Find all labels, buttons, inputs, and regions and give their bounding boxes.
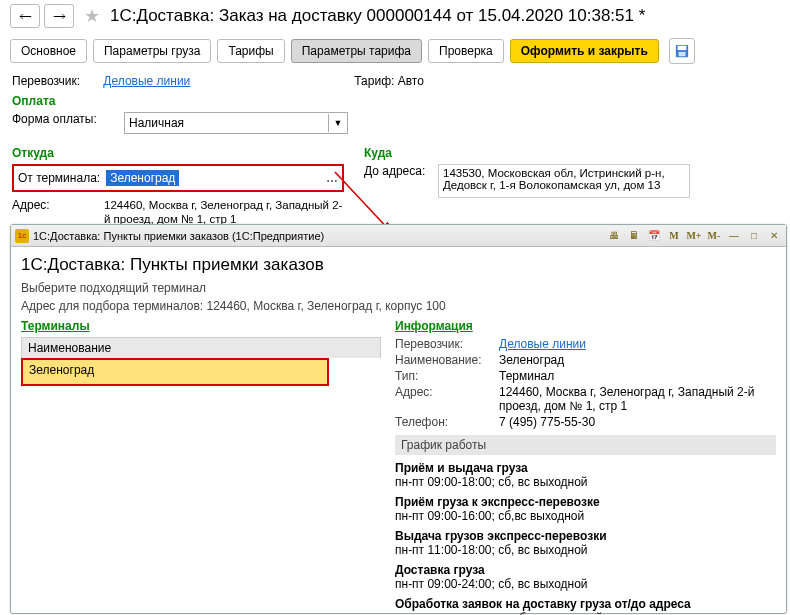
from-section-header: Откуда <box>12 146 344 160</box>
info-type-label: Тип: <box>395 369 493 383</box>
schedule-item: Выдача грузов экспресс-перевозкипн-пт 11… <box>395 529 776 557</box>
schedule-item-hours: пн-пт 11:00-18:00; сб, вс выходной <box>395 543 776 557</box>
info-type-value: Терминал <box>499 369 554 383</box>
tab-main[interactable]: Основное <box>10 39 87 63</box>
info-header: Информация <box>395 319 473 333</box>
carrier-link[interactable]: Деловые линии <box>103 74 190 88</box>
calc-icon[interactable]: 🖩 <box>626 228 642 244</box>
from-terminal-label: От терминала: <box>14 171 104 185</box>
schedule-item-hours: пн-пт круглосуточно; сб, вс выходной <box>395 611 776 615</box>
svg-rect-2 <box>678 52 685 56</box>
chevron-down-icon: ▼ <box>328 114 347 132</box>
info-name-label: Наименование: <box>395 353 493 367</box>
schedule-item: Приём и выдача грузапн-пт 09:00-18:00; с… <box>395 461 776 489</box>
from-address-label: Адрес: <box>12 198 100 227</box>
info-address-value: 124460, Москва г, Зеленоград г, Западный… <box>499 385 776 413</box>
tariff-label: Тариф: <box>354 74 394 88</box>
tariff-value: Авто <box>398 74 424 88</box>
schedule-item: Приём груза к экспресс-перевозкепн-пт 09… <box>395 495 776 523</box>
tab-tariffs[interactable]: Тарифы <box>217 39 284 63</box>
terminals-column-header: Наименование <box>21 337 381 358</box>
dialog-address-line: Адрес для подбора терминалов: 124460, Мо… <box>21 299 776 313</box>
to-address-label: До адреса: <box>364 164 434 178</box>
favorite-star-icon[interactable]: ★ <box>84 5 100 27</box>
m-minus-button[interactable]: M- <box>706 228 722 244</box>
from-terminal-value: Зеленоград <box>106 170 179 186</box>
payment-section-header: Оплата <box>12 94 778 108</box>
close-button[interactable]: ✕ <box>766 228 782 244</box>
info-address-label: Адрес: <box>395 385 493 413</box>
carrier-label: Перевозчик: <box>12 74 100 88</box>
save-button[interactable] <box>669 38 695 64</box>
terminals-dialog: 1c 1С:Доставка: Пункты приемки заказов (… <box>10 224 787 614</box>
payment-form-select[interactable]: Наличная ▼ <box>124 112 348 134</box>
print-icon[interactable]: 🖶 <box>606 228 622 244</box>
info-carrier-label: Перевозчик: <box>395 337 493 351</box>
from-address-value: 124460, Москва г, Зеленоград г, Западный… <box>104 198 344 227</box>
from-terminal-input[interactable]: От терминала: Зеленоград … <box>12 164 344 192</box>
schedule-item-title: Выдача грузов экспресс-перевозки <box>395 529 776 543</box>
tab-check[interactable]: Проверка <box>428 39 504 63</box>
schedule-item-hours: пн-пт 09:00-16:00; сб,вс выходной <box>395 509 776 523</box>
schedule-item-title: Приём и выдача груза <box>395 461 776 475</box>
m-plus-button[interactable]: M+ <box>686 228 702 244</box>
svg-rect-1 <box>677 46 686 50</box>
schedule-header: График работы <box>395 435 776 455</box>
schedule-item-title: Доставка груза <box>395 563 776 577</box>
info-phone-label: Телефон: <box>395 415 493 429</box>
tab-tariff-params[interactable]: Параметры тарифа <box>291 39 422 63</box>
schedule-item-hours: пн-пт 09:00-24:00; сб, вс выходной <box>395 577 776 591</box>
to-address-value: 143530, Московская обл, Истринский р-н, … <box>443 167 665 191</box>
info-carrier-link[interactable]: Деловые линии <box>499 337 586 351</box>
submit-and-close-button[interactable]: Оформить и закрыть <box>510 39 659 63</box>
m-button[interactable]: M <box>666 228 682 244</box>
schedule-item: Обработка заявок на доставку груза от/до… <box>395 597 776 615</box>
window-title: 1С:Доставка: Заказ на доставку 000000144… <box>110 6 645 26</box>
tab-cargo-params[interactable]: Параметры груза <box>93 39 211 63</box>
dialog-title: 1С:Доставка: Пункты приемки заказов (1С:… <box>33 230 324 242</box>
to-section-header: Куда <box>364 146 694 160</box>
maximize-button[interactable]: □ <box>746 228 762 244</box>
terminal-row-selected[interactable]: Зеленоград <box>21 358 329 386</box>
nav-back-button[interactable]: 🡐 <box>10 4 40 28</box>
dialog-heading: 1С:Доставка: Пункты приемки заказов <box>21 255 776 275</box>
dialog-subtitle: Выберите подходящий терминал <box>21 281 776 295</box>
schedule-item: Доставка грузапн-пт 09:00-24:00; сб, вс … <box>395 563 776 591</box>
schedule-item-hours: пн-пт 09:00-18:00; сб, вс выходной <box>395 475 776 489</box>
payment-form-label: Форма оплаты: <box>12 112 100 134</box>
calendar-icon[interactable]: 📅 <box>646 228 662 244</box>
info-phone-value: 7 (495) 775-55-30 <box>499 415 595 429</box>
app-logo-icon: 1c <box>15 229 29 243</box>
to-address-input[interactable]: 143530, Московская обл, Истринский р-н, … <box>438 164 690 198</box>
from-terminal-lookup-button[interactable]: … <box>326 171 338 185</box>
nav-forward-button[interactable]: 🡒 <box>44 4 74 28</box>
terminals-header: Терминалы <box>21 319 90 333</box>
info-name-value: Зеленоград <box>499 353 564 367</box>
floppy-icon <box>675 44 689 58</box>
schedule-item-title: Приём груза к экспресс-перевозке <box>395 495 776 509</box>
minimize-button[interactable]: — <box>726 228 742 244</box>
payment-form-value: Наличная <box>125 116 328 130</box>
schedule-item-title: Обработка заявок на доставку груза от/до… <box>395 597 776 611</box>
